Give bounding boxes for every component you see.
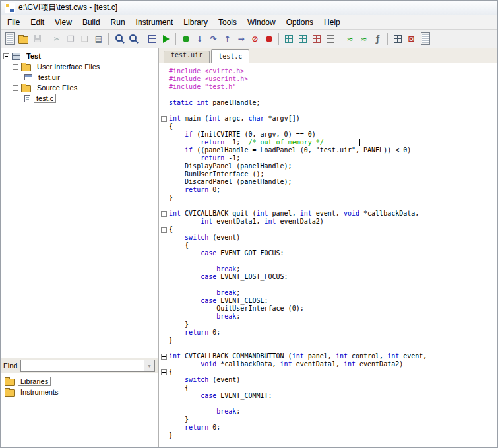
code-line[interactable]: }: [159, 416, 497, 424]
collapse-icon[interactable]: [161, 369, 167, 375]
open-icon[interactable]: [16, 32, 30, 46]
fold-toggle-icon[interactable]: [159, 115, 169, 123]
prev-tag-icon[interactable]: ≈: [357, 32, 371, 46]
next-tag-icon[interactable]: ≈: [343, 32, 357, 46]
code-line[interactable]: [159, 257, 497, 265]
tab-test-uir[interactable]: test.uir: [164, 51, 210, 63]
menu-item-view[interactable]: View: [49, 16, 77, 28]
tree-item-test-c[interactable]: test.c: [1, 93, 158, 104]
code-line[interactable]: }: [159, 336, 497, 344]
collapse-icon[interactable]: [13, 64, 18, 70]
code-line[interactable]: static int panelHandle;: [159, 99, 497, 107]
code-line[interactable]: int eventData1, int eventData2): [159, 218, 497, 226]
new-file-icon[interactable]: [3, 32, 16, 46]
code-line[interactable]: }: [159, 194, 497, 202]
watch-window-icon[interactable]: [282, 32, 296, 46]
find-icon[interactable]: [111, 32, 125, 46]
print-icon[interactable]: ▤: [92, 32, 106, 46]
terminate-icon[interactable]: ⊘: [248, 32, 262, 46]
code-line[interactable]: int CVICALLBACK COMMANDBUTTON (int panel…: [159, 352, 497, 360]
code-line[interactable]: RunUserInterface ();: [159, 170, 497, 178]
collapse-icon[interactable]: [161, 116, 167, 122]
menu-item-help[interactable]: Help: [319, 16, 346, 28]
step-into-icon[interactable]: ↓: [193, 32, 206, 46]
collapse-icon[interactable]: [161, 227, 167, 233]
menu-item-library[interactable]: Library: [178, 16, 213, 28]
code-line[interactable]: int CVICALLBACK quit (int panel, int eve…: [159, 210, 497, 218]
collapse-icon[interactable]: [13, 85, 18, 91]
collapse-icon[interactable]: [161, 211, 167, 217]
tree-item-test-uir[interactable]: test.uir: [1, 72, 158, 82]
code-line[interactable]: #include <cvirte.h>: [159, 67, 497, 75]
collapse-icon[interactable]: [3, 53, 9, 59]
code-line[interactable]: if ((panelHandle = LoadPanel (0, "test.u…: [159, 146, 497, 154]
run-icon[interactable]: [159, 32, 173, 46]
code-line[interactable]: }: [159, 432, 497, 439]
code-line[interactable]: switch (event): [159, 376, 497, 384]
menu-item-edit[interactable]: Edit: [25, 16, 49, 28]
step-over-icon[interactable]: ↷: [206, 32, 220, 46]
code-line[interactable]: case EVENT_GOT_FOCUS:: [159, 249, 497, 257]
code-line[interactable]: {: [159, 226, 497, 234]
menu-item-options[interactable]: Options: [281, 16, 319, 28]
tree-item-user-interface-files[interactable]: User Interface Files: [1, 61, 158, 72]
code-line[interactable]: }: [159, 321, 497, 329]
code-line[interactable]: return 0;: [159, 424, 497, 432]
code-line[interactable]: [159, 91, 497, 99]
code-line[interactable]: [159, 202, 497, 210]
code-line[interactable]: DiscardPanel (panelHandle);: [159, 178, 497, 186]
code-line[interactable]: {: [159, 368, 497, 376]
run-to-cursor-icon[interactable]: →: [234, 32, 248, 46]
code-line[interactable]: void *callbackData, int eventData1, int …: [159, 360, 497, 368]
palette-item-libraries[interactable]: Libraries: [1, 376, 158, 387]
code-line[interactable]: [159, 400, 497, 408]
code-line[interactable]: {: [159, 384, 497, 392]
fold-toggle-icon[interactable]: [159, 210, 169, 218]
combo-dropdown-icon[interactable]: ▼: [144, 360, 154, 371]
menu-item-file[interactable]: File: [2, 16, 25, 28]
menu-item-build[interactable]: Build: [77, 16, 106, 28]
code-line[interactable]: [159, 107, 497, 115]
step-out-icon[interactable]: ↑: [220, 32, 234, 46]
code-line[interactable]: QuitUserInterface (0);: [159, 305, 497, 313]
tree-item-source-files[interactable]: Source Files: [1, 82, 158, 93]
breakpoint-icon[interactable]: [262, 32, 276, 46]
uir-editor-icon[interactable]: [390, 32, 404, 46]
code-editor[interactable]: #include <cvirte.h>#include <userint.h>#…: [159, 63, 497, 447]
menu-item-instrument[interactable]: Instrument: [131, 16, 179, 28]
code-line[interactable]: if (InitCVIRTE (0, argv, 0) == 0): [159, 131, 497, 139]
code-line[interactable]: break;: [159, 289, 497, 297]
code-line[interactable]: switch (event): [159, 234, 497, 241]
code-line[interactable]: case EVENT_CLOSE:: [159, 297, 497, 305]
code-line[interactable]: #include "test.h": [159, 83, 497, 91]
code-line[interactable]: case EVENT_LOST_FOCUS:: [159, 273, 497, 281]
fold-toggle-icon[interactable]: [159, 226, 169, 234]
fold-toggle-icon[interactable]: [159, 368, 169, 376]
close-panel-icon[interactable]: ⊠: [404, 32, 418, 46]
code-line[interactable]: return -1;: [159, 154, 497, 162]
callstack-window-icon[interactable]: [323, 32, 337, 46]
code-line[interactable]: int main (int argc, char *argv[]): [159, 115, 497, 123]
palette-item-instruments[interactable]: Instruments: [1, 387, 158, 397]
tree-item-test[interactable]: Test: [1, 51, 158, 61]
collapse-icon[interactable]: [161, 354, 167, 360]
code-line[interactable]: return -1; /* out of memory */: [159, 139, 497, 146]
code-line[interactable]: DisplayPanel (panelHandle);: [159, 162, 497, 170]
menu-item-window[interactable]: Window: [242, 16, 281, 28]
code-line[interactable]: {: [159, 123, 497, 131]
code-line[interactable]: break;: [159, 313, 497, 321]
replace-icon[interactable]: [125, 32, 139, 46]
find-input[interactable]: [21, 360, 144, 371]
menu-item-tools[interactable]: Tools: [213, 16, 242, 28]
code-line[interactable]: [159, 344, 497, 352]
function-panel-icon[interactable]: ƒ: [371, 32, 385, 46]
code-line[interactable]: #include <userint.h>: [159, 75, 497, 83]
notebook-icon[interactable]: [418, 32, 432, 46]
fold-toggle-icon[interactable]: [159, 352, 169, 360]
tab-test-c[interactable]: test.c: [211, 49, 249, 63]
code-line[interactable]: break;: [159, 265, 497, 273]
menu-item-run[interactable]: Run: [106, 16, 131, 28]
build-icon[interactable]: [145, 32, 159, 46]
memory-window-icon[interactable]: [309, 32, 323, 46]
code-line[interactable]: [159, 281, 497, 289]
